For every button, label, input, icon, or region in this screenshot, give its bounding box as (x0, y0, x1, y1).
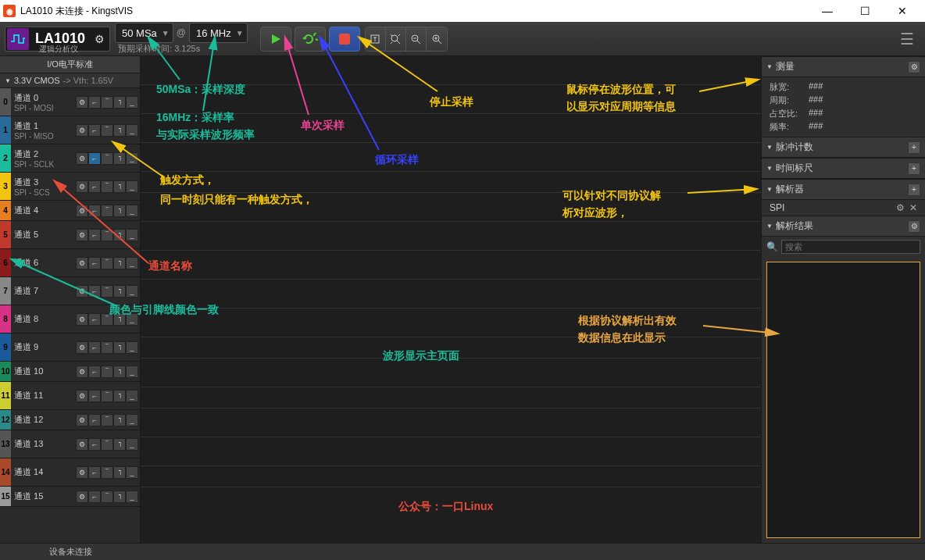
close-icon[interactable]: ✕ (909, 202, 917, 213)
measure-section-header[interactable]: ▼ 测量 ⚙ (762, 56, 925, 77)
waveform-lane[interactable] (141, 337, 761, 358)
single-capture-button[interactable] (260, 27, 291, 52)
channel-rising-edge-button[interactable]: ⌐ (88, 313, 101, 326)
text-cursor-tool[interactable] (366, 27, 386, 51)
minimize-button[interactable]: — (816, 5, 839, 17)
waveform-area[interactable]: 50MSa：采样深度 16MHz：采样率 与实际采样波形频率 单次采样 循环采样… (141, 56, 761, 543)
gear-icon[interactable]: ⚙ (908, 220, 920, 233)
channel-low-button[interactable]: _ (126, 414, 138, 426)
channel-low-button[interactable]: _ (126, 438, 138, 451)
channel-gear-button[interactable]: ⚙ (76, 313, 88, 326)
channel-falling-edge-button[interactable]: ˥ (113, 205, 126, 217)
result-header[interactable]: ▼ 解析结果 ⚙ (762, 216, 925, 237)
channel-falling-edge-button[interactable]: ˥ (113, 257, 126, 269)
channel-gear-button[interactable]: ⚙ (76, 390, 88, 402)
waveform-lane[interactable] (141, 172, 761, 193)
channel-high-button[interactable]: ‾ (101, 229, 113, 241)
channel-rising-edge-button[interactable]: ⌐ (88, 341, 101, 354)
channel-falling-edge-button[interactable]: ˥ (113, 180, 126, 193)
channel-low-button[interactable]: _ (126, 366, 138, 378)
waveform-lane[interactable] (141, 222, 761, 251)
waveform-lane[interactable] (141, 466, 761, 487)
channel-gear-button[interactable]: ⚙ (76, 341, 88, 354)
channel-falling-edge-button[interactable]: ˥ (113, 313, 126, 326)
add-icon[interactable]: + (908, 141, 920, 154)
channel-high-button[interactable]: ‾ (101, 257, 113, 269)
stop-capture-button[interactable] (329, 27, 360, 52)
channel-gear-button[interactable]: ⚙ (76, 205, 88, 217)
loop-capture-button[interactable] (295, 27, 326, 52)
channel-gear-button[interactable]: ⚙ (76, 229, 88, 241)
waveform-lane[interactable] (141, 56, 761, 85)
channel-low-button[interactable]: _ (126, 180, 138, 193)
channel-gear-button[interactable]: ⚙ (76, 490, 88, 503)
channel-rising-edge-button[interactable]: ⌐ (88, 96, 101, 109)
waveform-lane[interactable] (141, 251, 761, 280)
channel-falling-edge-button[interactable]: ˥ (113, 229, 126, 241)
channel-gear-button[interactable]: ⚙ (76, 96, 88, 109)
channel-high-button[interactable]: ‾ (101, 285, 113, 298)
waveform-lane[interactable] (141, 114, 761, 143)
channel-high-button[interactable]: ‾ (101, 124, 113, 137)
menu-button[interactable]: ☰ (900, 30, 920, 48)
channel-rising-edge-button[interactable]: ⌐ (88, 124, 101, 137)
channel-falling-edge-button[interactable]: ˥ (113, 490, 126, 503)
waveform-lane[interactable] (141, 437, 761, 466)
channel-falling-edge-button[interactable]: ˥ (113, 124, 126, 137)
zoom-fit-button[interactable] (386, 27, 406, 51)
channel-rising-edge-button[interactable]: ⌐ (88, 180, 101, 193)
channel-low-button[interactable]: _ (126, 390, 138, 402)
channel-gear-button[interactable]: ⚙ (76, 152, 88, 165)
channel-rising-edge-button[interactable]: ⌐ (88, 205, 101, 217)
time-ruler-header[interactable]: ▼ 时间标尺 + (762, 158, 925, 179)
channel-gear-button[interactable]: ⚙ (76, 366, 88, 378)
channel-gear-button[interactable]: ⚙ (76, 257, 88, 269)
close-button[interactable]: ✕ (891, 5, 914, 17)
zoom-in-button[interactable] (427, 27, 447, 51)
channel-low-button[interactable]: _ (126, 152, 138, 165)
gear-icon[interactable]: ⚙ (908, 61, 920, 73)
waveform-lane[interactable] (141, 280, 761, 309)
voltage-threshold-row[interactable]: ▼ 3.3V CMOS -> Vth: 1.65V (0, 73, 140, 88)
channel-falling-edge-button[interactable]: ˥ (113, 285, 126, 298)
channel-gear-button[interactable]: ⚙ (76, 285, 88, 298)
channel-falling-edge-button[interactable]: ˥ (113, 438, 126, 451)
channel-low-button[interactable]: _ (126, 490, 138, 503)
channel-rising-edge-button[interactable]: ⌐ (88, 152, 101, 165)
channel-falling-edge-button[interactable]: ˥ (113, 390, 126, 402)
channel-rising-edge-button[interactable]: ⌐ (88, 490, 101, 503)
channel-high-button[interactable]: ‾ (101, 414, 113, 426)
channel-rising-edge-button[interactable]: ⌐ (88, 257, 101, 269)
analyzer-item-spi[interactable]: SPI ⚙ ✕ (762, 200, 925, 216)
channel-falling-edge-button[interactable]: ˥ (113, 466, 126, 479)
waveform-lane[interactable] (141, 143, 761, 172)
waveform-lane[interactable] (141, 387, 761, 408)
channel-low-button[interactable]: _ (126, 257, 138, 269)
channel-gear-button[interactable]: ⚙ (76, 124, 88, 137)
channel-rising-edge-button[interactable]: ⌐ (88, 229, 101, 241)
channel-falling-edge-button[interactable]: ˥ (113, 152, 126, 165)
waveform-lane[interactable] (141, 193, 761, 222)
channel-rising-edge-button[interactable]: ⌐ (88, 390, 101, 402)
channel-gear-button[interactable]: ⚙ (76, 466, 88, 479)
sample-rate-select[interactable]: 16 MHz ▼ (189, 23, 248, 43)
channel-high-button[interactable]: ‾ (101, 180, 113, 193)
channel-rising-edge-button[interactable]: ⌐ (88, 414, 101, 426)
channel-falling-edge-button[interactable]: ˥ (113, 414, 126, 426)
channel-high-button[interactable]: ‾ (101, 96, 113, 109)
analyzer-header[interactable]: ▼ 解析器 + (762, 179, 925, 200)
channel-high-button[interactable]: ‾ (101, 490, 113, 503)
channel-low-button[interactable]: _ (126, 205, 138, 217)
channel-low-button[interactable]: _ (126, 96, 138, 109)
channel-rising-edge-button[interactable]: ⌐ (88, 438, 101, 451)
channel-low-button[interactable]: _ (126, 285, 138, 298)
waveform-lane[interactable] (141, 408, 761, 437)
channel-rising-edge-button[interactable]: ⌐ (88, 366, 101, 378)
channel-low-button[interactable]: _ (126, 313, 138, 326)
channel-high-button[interactable]: ‾ (101, 438, 113, 451)
channel-low-button[interactable]: _ (126, 341, 138, 354)
channel-gear-button[interactable]: ⚙ (76, 438, 88, 451)
channel-gear-button[interactable]: ⚙ (76, 180, 88, 193)
add-icon[interactable]: + (908, 184, 920, 196)
gear-icon[interactable]: ⚙ (896, 202, 905, 213)
